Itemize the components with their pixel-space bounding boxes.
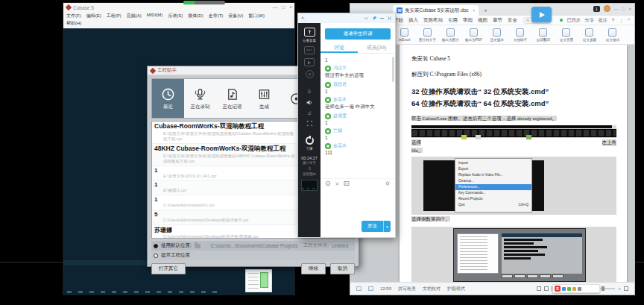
- screenshot-icon[interactable]: [335, 181, 340, 186]
- view-mode-icon-1[interactable]: [537, 286, 541, 291]
- zoom-in-icon[interactable]: +: [618, 286, 621, 291]
- menu-devices[interactable]: 设备(V): [228, 13, 243, 19]
- pin-icon[interactable]: [372, 16, 377, 21]
- status-mini-icon-1[interactable]: [356, 286, 362, 291]
- proofread-toggle[interactable]: 文档校对: [423, 286, 441, 292]
- tool-image-to-text[interactable]: 图片转文字: [416, 28, 439, 42]
- status-mini-icon-2[interactable]: [368, 286, 373, 291]
- camera-button[interactable]: [306, 70, 314, 78]
- ime-tool-icon-4[interactable]: [578, 287, 581, 291]
- menu-transport[interactable]: 走带(T): [209, 13, 224, 19]
- document-page[interactable]: 免安装 Cubase 5 解压到 C:\Program Files (x86) …: [400, 45, 627, 282]
- tool-translate[interactable]: 划词翻译: [531, 28, 555, 42]
- tool-doc-assistant[interactable]: 文档助手: [508, 28, 531, 42]
- close-icon[interactable]: [387, 16, 392, 21]
- close-icon[interactable]: ×: [628, 7, 631, 11]
- ime-tool-icon-2[interactable]: [567, 287, 571, 291]
- expand-button[interactable]: [306, 120, 313, 127]
- tool-paper-format[interactable]: 论文格式: [601, 28, 624, 42]
- new-tab-button[interactable]: +: [484, 5, 487, 16]
- tool-export-pdf[interactable]: 输出为PDF: [462, 28, 485, 42]
- ime-tool-icon-3[interactable]: [572, 287, 576, 291]
- more-menu-icon[interactable]: ⋮: [619, 18, 623, 23]
- help-icon[interactable]: ?: [612, 18, 614, 22]
- menu-audio[interactable]: 音频(A): [127, 13, 142, 19]
- share-button[interactable]: 分享: [585, 17, 594, 24]
- invite-students-button[interactable]: 邀请学生听课: [325, 28, 391, 40]
- category-recording[interactable]: 正在录制: [184, 79, 216, 118]
- send-button[interactable]: 发送: [362, 221, 383, 232]
- tab-close-icon[interactable]: ×: [473, 8, 476, 13]
- emoji-icon[interactable]: [325, 180, 331, 186]
- ppt-button[interactable]: PPT: [304, 46, 315, 54]
- wps-writer-icon: W: [397, 7, 402, 13]
- comment-button[interactable]: 批注: [599, 17, 607, 24]
- screen-preview-thumbnail[interactable]: [301, 180, 318, 191]
- menu-project[interactable]: 工程(P): [107, 13, 121, 19]
- image-icon[interactable]: [344, 180, 350, 186]
- menu-media[interactable]: 媒体(D): [188, 13, 203, 19]
- minimize-icon[interactable]: —: [614, 7, 619, 11]
- option-default-location[interactable]: 使用默认位置: C:\Users\...\Documents\Cubase Pr…: [151, 241, 355, 251]
- menu-help[interactable]: 帮助(H): [66, 20, 81, 27]
- ribbon-tab-insert[interactable]: 插入: [408, 17, 418, 24]
- back-arrow-icon[interactable]: [301, 16, 306, 21]
- sync-status[interactable]: 已同步: [567, 17, 581, 24]
- option-prompt-location[interactable]: 提示工程位置: [151, 251, 355, 260]
- cancel-button[interactable]: 取消: [330, 263, 355, 274]
- ime-tool-icon-1[interactable]: [562, 287, 566, 291]
- floating-play-button[interactable]: [531, 7, 552, 22]
- radio-prompt-location[interactable]: [154, 254, 158, 258]
- ime-toolbar[interactable]: S: [552, 284, 600, 293]
- tool-history[interactable]: 历史版本: [485, 28, 508, 42]
- chat-input-area[interactable]: [321, 188, 395, 221]
- music-button[interactable]: ♫: [307, 110, 312, 116]
- account-avatar[interactable]: [604, 5, 610, 12]
- category-recent[interactable]: 最近: [152, 79, 184, 118]
- ribbon-tab-security[interactable]: 安全: [508, 17, 517, 24]
- tab-discussion[interactable]: 讨论: [321, 43, 358, 53]
- category-production[interactable]: 生成: [248, 79, 280, 118]
- tool-export-image[interactable]: 输出为图片: [439, 28, 462, 42]
- speaker-button[interactable]: [306, 99, 313, 106]
- tool-paper-check[interactable]: 论文查重: [555, 28, 578, 42]
- settings-gear-icon[interactable]: [385, 180, 391, 186]
- open-other-button[interactable]: 打开其它: [151, 263, 186, 274]
- continue-button[interactable]: 继续: [301, 263, 326, 274]
- chat-scrollbar[interactable]: [392, 57, 394, 82]
- end-class-button[interactable]: 下课: [306, 136, 314, 151]
- minimize-icon[interactable]: —: [273, 3, 278, 12]
- spellcheck-toggle[interactable]: 拼写检查: [398, 286, 416, 292]
- play-video-button[interactable]: [304, 58, 315, 66]
- ribbon-tab-references[interactable]: 引用: [448, 17, 458, 24]
- menu-midi[interactable]: MIDI(M): [147, 13, 163, 19]
- menu-file[interactable]: 文件(F): [66, 13, 81, 19]
- minimize-icon[interactable]: [380, 18, 384, 19]
- ribbon-tab-section[interactable]: 章节: [493, 17, 502, 24]
- eye-protection-toggle[interactable]: 护眼模式: [447, 286, 465, 292]
- radio-default-location[interactable]: [154, 244, 158, 248]
- view-mode-icon-2[interactable]: [544, 286, 549, 291]
- fullscreen-icon[interactable]: [624, 286, 628, 291]
- collapse-ribbon-icon[interactable]: ^: [628, 18, 630, 22]
- menu-edit[interactable]: 编辑(E): [86, 13, 101, 19]
- document-tab[interactable]: W 免安装Cubase 5安装说明.doc ×: [393, 5, 479, 16]
- maximize-icon[interactable]: □: [282, 3, 285, 12]
- tool-to-excel[interactable]: 转Excel: [393, 28, 416, 42]
- mic-button[interactable]: [306, 88, 312, 95]
- send-options-caret[interactable]: ▾: [383, 221, 391, 232]
- menu-window[interactable]: 窗口(W): [248, 13, 265, 19]
- category-scoring[interactable]: 正在记谱: [216, 79, 248, 118]
- tool-paper-topic[interactable]: 论文选题: [578, 28, 601, 42]
- ribbon-tab-view[interactable]: 视图: [478, 17, 487, 24]
- chevron-down-icon[interactable]: [364, 16, 369, 21]
- ribbon-tab-layout[interactable]: 页面布局: [423, 17, 443, 24]
- menu-score[interactable]: 乐谱(S): [168, 13, 183, 19]
- close-icon[interactable]: ×: [289, 3, 292, 12]
- tab-members[interactable]: 成员(39): [358, 43, 395, 53]
- ribbon-tab-review[interactable]: 审阅: [463, 17, 473, 24]
- maximize-icon[interactable]: □: [622, 7, 625, 11]
- share-screen-button[interactable]: 分享屏幕: [302, 28, 317, 43]
- sogou-ime-icon[interactable]: S: [555, 286, 561, 292]
- chat-message-list[interactable]: 1 冯汉平 我没有中文的选项 我想君 1 金花木 老师在来一遍 咋调中文 赵湘雯…: [321, 54, 395, 178]
